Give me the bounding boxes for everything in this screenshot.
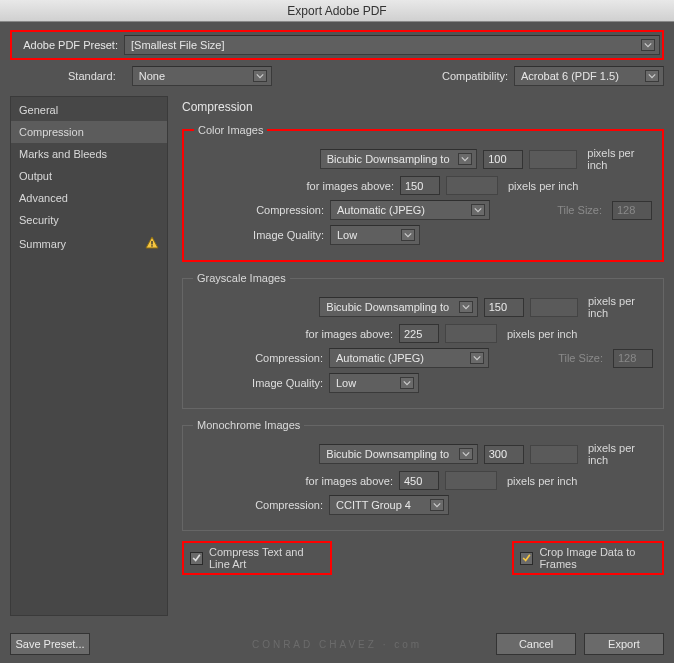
- sidebar-item-label: Advanced: [19, 192, 68, 204]
- group-legend: Color Images: [194, 124, 267, 136]
- gray-quality-dropdown[interactable]: Low: [329, 373, 419, 393]
- dropdown-value: CCITT Group 4: [336, 499, 411, 511]
- stepper-blank[interactable]: [530, 445, 578, 464]
- chevron-down-icon: [471, 204, 485, 216]
- preset-value: [Smallest File Size]: [131, 39, 225, 51]
- dropdown-value: Bicubic Downsampling to: [327, 153, 450, 165]
- compat-label: Compatibility:: [442, 70, 508, 82]
- group-legend: Grayscale Images: [193, 272, 290, 284]
- dropdown-value: Bicubic Downsampling to: [326, 448, 449, 460]
- sidebar-item-security[interactable]: Security: [11, 209, 167, 231]
- unit-label: pixels per inch: [508, 180, 578, 192]
- warning-icon: [145, 236, 159, 252]
- stepper-blank[interactable]: [530, 298, 578, 317]
- sidebar-item-label: Summary: [19, 238, 66, 250]
- chevron-down-icon: [430, 499, 444, 511]
- dropdown-value: Low: [336, 377, 356, 389]
- above-label: for images above:: [193, 328, 393, 340]
- standard-label: Standard:: [68, 70, 116, 82]
- svg-rect-0: [151, 241, 152, 245]
- sidebar-item-label: General: [19, 104, 58, 116]
- compression-label: Compression:: [193, 499, 323, 511]
- chevron-down-icon: [253, 70, 267, 82]
- standard-value: None: [139, 70, 165, 82]
- preset-label: Adobe PDF Preset:: [14, 39, 124, 51]
- export-button[interactable]: Export: [584, 633, 664, 655]
- chevron-down-icon: [470, 352, 484, 364]
- chevron-down-icon: [400, 377, 414, 389]
- unit-label: pixels per inch: [588, 442, 653, 466]
- mono-above-input[interactable]: [399, 471, 439, 490]
- dropdown-value: Bicubic Downsampling to: [326, 301, 449, 313]
- unit-label: pixels per inch: [507, 475, 577, 487]
- chevron-down-icon: [641, 39, 655, 51]
- quality-label: Image Quality:: [193, 377, 323, 389]
- dropdown-value: Automatic (JPEG): [336, 352, 424, 364]
- above-label: for images above:: [194, 180, 394, 192]
- chevron-down-icon: [401, 229, 415, 241]
- dropdown-value: Automatic (JPEG): [337, 204, 425, 216]
- mono-method-dropdown[interactable]: Bicubic Downsampling to: [319, 444, 477, 464]
- sidebar-item-label: Output: [19, 170, 52, 182]
- mono-ppi-input[interactable]: [484, 445, 524, 464]
- grayscale-images-group: Grayscale Images Bicubic Downsampling to…: [182, 272, 664, 409]
- standard-dropdown[interactable]: None: [132, 66, 272, 86]
- checkbox-label: Crop Image Data to Frames: [539, 546, 656, 570]
- unit-label: pixels per inch: [587, 147, 652, 171]
- compat-dropdown[interactable]: Acrobat 6 (PDF 1.5): [514, 66, 664, 86]
- sidebar-item-advanced[interactable]: Advanced: [11, 187, 167, 209]
- crop-image-checkbox[interactable]: Crop Image Data to Frames: [512, 541, 664, 575]
- chevron-down-icon: [459, 301, 473, 313]
- monochrome-images-group: Monochrome Images Bicubic Downsampling t…: [182, 419, 664, 531]
- unit-label: pixels per inch: [507, 328, 577, 340]
- stepper-blank[interactable]: [445, 324, 497, 343]
- gray-tile-input: [613, 349, 653, 368]
- panel-title: Compression: [182, 100, 664, 114]
- compression-label: Compression:: [193, 352, 323, 364]
- color-compression-dropdown[interactable]: Automatic (JPEG): [330, 200, 490, 220]
- save-preset-button[interactable]: Save Preset...: [10, 633, 90, 655]
- above-label: for images above:: [193, 475, 393, 487]
- compat-value: Acrobat 6 (PDF 1.5): [521, 70, 619, 82]
- chevron-down-icon: [645, 70, 659, 82]
- dropdown-value: Low: [337, 229, 357, 241]
- stepper-blank[interactable]: [529, 150, 577, 169]
- gray-method-dropdown[interactable]: Bicubic Downsampling to: [319, 297, 477, 317]
- sidebar-item-marks[interactable]: Marks and Bleeds: [11, 143, 167, 165]
- quality-label: Image Quality:: [194, 229, 324, 241]
- color-above-input[interactable]: [400, 176, 440, 195]
- mono-compression-dropdown[interactable]: CCITT Group 4: [329, 495, 449, 515]
- gray-ppi-input[interactable]: [484, 298, 524, 317]
- color-tile-input: [612, 201, 652, 220]
- gray-above-input[interactable]: [399, 324, 439, 343]
- window-title: Export Adobe PDF: [0, 0, 674, 22]
- color-images-group: Color Images Bicubic Downsampling to pix…: [182, 124, 664, 262]
- sidebar-item-label: Marks and Bleeds: [19, 148, 107, 160]
- watermark: CONRAD CHAVEZ · com: [252, 639, 422, 650]
- compress-text-checkbox[interactable]: Compress Text and Line Art: [182, 541, 332, 575]
- category-sidebar: General Compression Marks and Bleeds Out…: [10, 96, 168, 616]
- color-ppi-input[interactable]: [483, 150, 523, 169]
- group-legend: Monochrome Images: [193, 419, 304, 431]
- sidebar-item-compression[interactable]: Compression: [11, 121, 167, 143]
- color-method-dropdown[interactable]: Bicubic Downsampling to: [320, 149, 478, 169]
- stepper-blank[interactable]: [446, 176, 498, 195]
- chevron-down-icon: [458, 153, 472, 165]
- cancel-button[interactable]: Cancel: [496, 633, 576, 655]
- sidebar-item-general[interactable]: General: [11, 99, 167, 121]
- sidebar-item-summary[interactable]: Summary: [11, 231, 167, 257]
- unit-label: pixels per inch: [588, 295, 653, 319]
- check-icon: [520, 552, 533, 565]
- sidebar-item-output[interactable]: Output: [11, 165, 167, 187]
- gray-compression-dropdown[interactable]: Automatic (JPEG): [329, 348, 489, 368]
- chevron-down-icon: [459, 448, 473, 460]
- sidebar-item-label: Compression: [19, 126, 84, 138]
- sidebar-item-label: Security: [19, 214, 59, 226]
- stepper-blank[interactable]: [445, 471, 497, 490]
- tile-size-label: Tile Size:: [557, 204, 602, 216]
- tile-size-label: Tile Size:: [558, 352, 603, 364]
- compression-label: Compression:: [194, 204, 324, 216]
- preset-dropdown[interactable]: [Smallest File Size]: [124, 35, 660, 55]
- check-icon: [190, 552, 203, 565]
- color-quality-dropdown[interactable]: Low: [330, 225, 420, 245]
